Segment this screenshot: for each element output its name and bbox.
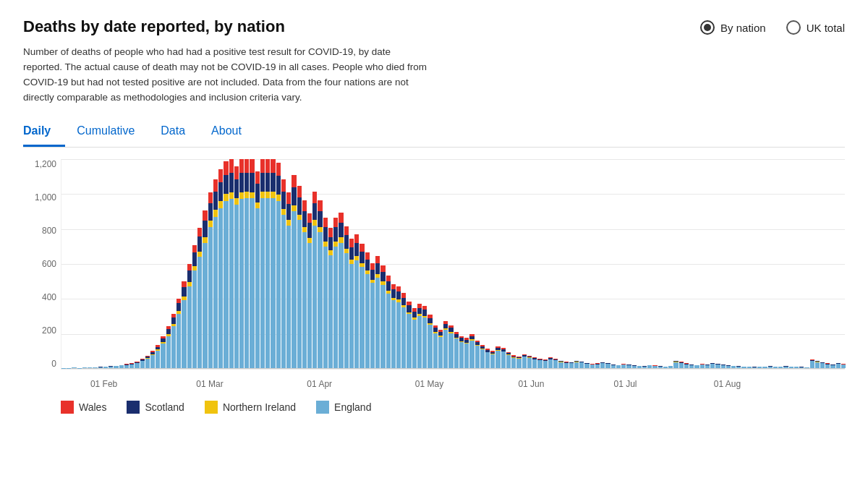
- bar-stack: [841, 364, 846, 368]
- bar-stack: [506, 352, 511, 368]
- legend-item-wales: Wales: [61, 401, 106, 414]
- radio-by-nation[interactable]: By nation: [700, 20, 766, 35]
- bar-segment-scotland: [333, 227, 338, 242]
- bar-stack: [213, 179, 218, 368]
- bar-segment-england: [485, 352, 490, 368]
- bar-segment-wales: [396, 286, 401, 291]
- bar-stack: [161, 336, 165, 368]
- tab-data[interactable]: Data: [161, 119, 200, 147]
- bar-segment-wales: [192, 245, 197, 253]
- bar-stack: [611, 364, 616, 368]
- bar-segment-england: [700, 364, 705, 368]
- bar-segment-ni: [229, 192, 234, 199]
- tab-cumulative[interactable]: Cumulative: [77, 119, 149, 147]
- bar-stack: [762, 367, 767, 368]
- bar-stack: [804, 367, 809, 368]
- bar-segment-ni: [333, 242, 338, 247]
- bar-stack: [176, 299, 181, 368]
- bar-segment-england: [768, 367, 773, 368]
- x-axis-label: 01 May: [415, 379, 443, 389]
- bar-stack: [532, 357, 537, 368]
- bar-stack: [553, 359, 558, 368]
- bar-segment-england: [401, 307, 406, 368]
- bar-segment-scotland: [244, 173, 249, 192]
- bar-stack: [365, 252, 370, 368]
- bar-segment-england: [579, 362, 584, 368]
- bar-segment-england: [422, 317, 427, 368]
- bar-stack: [380, 265, 385, 369]
- bar-segment-england: [454, 338, 459, 368]
- bar-segment-england: [109, 367, 113, 368]
- bar-stack: [647, 365, 652, 368]
- bar-stack: [281, 179, 286, 368]
- bar-stack: [302, 200, 307, 368]
- bar-segment-england: [736, 367, 741, 368]
- bar-segment-england: [182, 300, 186, 368]
- bar-segment-ni: [312, 220, 317, 226]
- bar-segment-wales: [218, 169, 223, 182]
- bar-segment-england: [124, 365, 129, 368]
- bar-stack: [605, 363, 610, 368]
- bar-stack: [103, 367, 108, 368]
- bar-segment-ni: [286, 220, 291, 225]
- bar-stack: [370, 263, 375, 368]
- bar-segment-wales: [339, 213, 343, 223]
- bar-stack: [224, 161, 228, 368]
- bar-segment-england: [637, 366, 642, 368]
- bar-segment-scotland: [412, 312, 417, 317]
- bar-segment-wales: [213, 179, 218, 192]
- bar-segment-wales: [328, 228, 333, 237]
- bar-segment-england: [553, 360, 558, 368]
- bar-stack: [443, 321, 448, 368]
- bar-segment-england: [522, 357, 527, 368]
- bar-segment-wales: [312, 192, 317, 203]
- y-axis-label: 600: [42, 259, 61, 269]
- bar-segment-ni: [255, 202, 260, 208]
- bar-segment-england: [98, 367, 103, 368]
- bar-segment-england: [208, 227, 213, 368]
- bar-segment-england: [333, 247, 338, 369]
- bar-segment-england: [642, 367, 647, 368]
- bar-segment-ni: [192, 266, 197, 271]
- bar-stack: [789, 367, 793, 368]
- bar-segment-wales: [229, 159, 234, 173]
- bar-segment-scotland: [422, 310, 427, 315]
- bar-stack: [407, 302, 411, 368]
- bar-segment-scotland: [250, 173, 254, 192]
- bar-segment-england: [365, 274, 370, 368]
- bar-segment-wales: [276, 163, 281, 176]
- bar-stack: [710, 363, 715, 368]
- bar-stack: [401, 293, 406, 368]
- bar-stack: [192, 245, 197, 369]
- tab-daily[interactable]: Daily: [23, 119, 65, 147]
- bar-segment-england: [156, 351, 160, 368]
- bar-stack: [171, 314, 176, 368]
- bar-segment-england: [375, 278, 380, 368]
- bar-stack: [318, 200, 322, 368]
- x-axis-label: 01 Jun: [518, 379, 544, 389]
- bar-segment-england: [794, 367, 799, 368]
- chart-description: Number of deaths of people who had had a…: [23, 45, 428, 106]
- bar-segment-england: [564, 363, 569, 368]
- bar-segment-england: [407, 314, 411, 368]
- bar-segment-wales: [302, 200, 307, 211]
- bar-segment-england: [836, 364, 841, 368]
- bar-stack: [495, 346, 500, 368]
- bar-stack: [182, 281, 186, 368]
- radio-uk-total[interactable]: UK total: [786, 20, 845, 35]
- bar-stack: [810, 359, 814, 368]
- bar-segment-england: [135, 363, 139, 368]
- x-axis-label: 01 Mar: [196, 379, 223, 389]
- bar-stack: [668, 366, 673, 368]
- bar-segment-england: [370, 283, 375, 368]
- bar-stack: [485, 349, 490, 368]
- bar-segment-scotland: [171, 317, 176, 324]
- bar-stack: [323, 218, 328, 369]
- tab-about[interactable]: About: [211, 119, 256, 147]
- bar-segment-england: [417, 316, 422, 368]
- legend-swatch: [127, 401, 140, 414]
- bar-segment-england: [443, 330, 448, 368]
- legend-label: England: [334, 401, 371, 413]
- bar-segment-england: [783, 367, 788, 368]
- bar-segment-england: [244, 198, 249, 368]
